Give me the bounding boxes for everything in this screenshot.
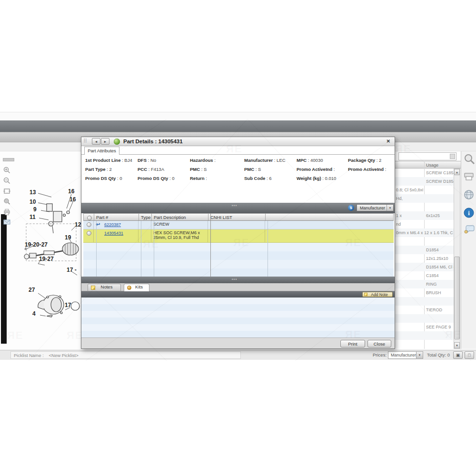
part-attributes-panel: 1st Product Line : BJ4Part Type : 2Promo… — [81, 154, 395, 203]
usage-row[interactable]: D1854 — [395, 246, 454, 254]
attribute-colon: : — [254, 167, 258, 172]
attribute-value: LEC — [277, 158, 285, 163]
attribute-value: 40030 — [310, 158, 323, 163]
table-gridline — [96, 221, 97, 277]
print-icon[interactable] — [464, 172, 474, 183]
attribute-label: Promo ActiveInd — [297, 167, 332, 172]
usage-row[interactable] — [395, 237, 454, 246]
attributes-column: 1st Product Line : BJ4Part Type : 2Promo… — [85, 158, 138, 185]
part-number-link[interactable]: 6220387 — [104, 222, 121, 227]
tab-notes[interactable]: Notes — [88, 284, 121, 291]
attribute-value: BJ4 — [124, 158, 132, 163]
price-icon[interactable]: $ — [348, 205, 354, 211]
usage-row[interactable]: 0mm x M6.4 x 12 x 1.6 Thk, C1854 — [395, 228, 454, 237]
usage-scrollbar[interactable]: ▲ ▼ — [454, 169, 460, 349]
usage-row[interactable]: RING — [395, 280, 454, 288]
row-selector-cell[interactable] — [83, 229, 94, 242]
usage-table-header: Usage — [395, 161, 461, 169]
diagram-callouts: 13109111616121919-20-2719-2717 -27174 — [0, 151, 81, 350]
usage-row[interactable]: Hd, — [395, 194, 454, 203]
usage-row[interactable]: SEE PAGE 9 — [395, 323, 454, 331]
search-parts-icon[interactable] — [464, 153, 475, 167]
globe-icon[interactable] — [464, 189, 475, 202]
dialog-header[interactable]: ⠿ ◄ ► Part Details : 14305431 ✕ — [81, 137, 395, 146]
part-details-icon — [114, 139, 120, 145]
part-number-link[interactable]: 14305431 — [104, 231, 123, 236]
table-row[interactable]: 14305431HEX SOC SCREW,M6 x 25mm, Cl 10.9… — [83, 229, 394, 243]
attribute-label: 1st Product Line — [85, 158, 120, 163]
table-gridline — [210, 213, 211, 277]
usage-row[interactable]: BRUSH — [395, 288, 454, 297]
close-button[interactable]: Close — [367, 340, 391, 347]
picklist-name-input[interactable]: Picklist Name : <New Picklist> — [10, 351, 241, 359]
usage-row[interactable] — [395, 331, 454, 340]
prices-dropdown[interactable]: Manufacturer ▼ — [388, 351, 423, 359]
clear-search-icon[interactable] — [450, 154, 455, 159]
usage-row[interactable]: C1854 — [395, 271, 454, 280]
window-titlebar: CNH NGPC — □ ✕ — [0, 112, 476, 120]
tab-part-attributes[interactable]: Part Attributes — [84, 147, 119, 155]
total-qty-label: Total Qty: 0 — [427, 352, 450, 357]
drag-grip-icon[interactable]: ⠿ — [83, 138, 86, 144]
splitter-bar[interactable]: ▪▪▪ $ Manufacturer ▼ — [81, 203, 395, 213]
usage-row[interactable]: SCREW C1854 — [395, 169, 454, 177]
usage-value: RING — [426, 282, 437, 287]
chevron-down-icon[interactable]: ▼ — [416, 352, 423, 358]
splitter-bar[interactable]: ▪▪▪ — [81, 277, 395, 283]
usage-row[interactable]: TIEROD — [395, 306, 454, 314]
usage-value: SEE PAGE 9 — [426, 325, 451, 329]
usage-row[interactable]: 12x1.25x10 — [395, 254, 454, 263]
usage-value: 12x1.25x10 — [426, 256, 448, 261]
attribute-label: Part Type — [85, 167, 106, 172]
selector-icon[interactable] — [87, 222, 91, 227]
usage-value: 6x1x25 — [426, 213, 440, 218]
table-row[interactable]: ↩6220387SCREW — [83, 221, 394, 229]
description-fragment: nd — [396, 222, 423, 227]
attribute-label: Promo ActiveInd — [348, 167, 384, 172]
usage-row[interactable]: 1 x6x1x25 — [395, 211, 454, 220]
callout-label: 27 — [29, 287, 35, 293]
manufacturer-dropdown[interactable]: Manufacturer ▼ — [357, 204, 394, 211]
print-button[interactable]: Print — [340, 340, 365, 347]
cnhi-list-cell — [208, 221, 265, 229]
diagram-panel: 13109111616121919-20-2719-2717 -27174 — [0, 151, 81, 350]
selector-icon[interactable] — [87, 231, 91, 236]
figure-search-input[interactable] — [398, 152, 456, 160]
callout-label: 10 — [30, 198, 36, 205]
tab-kits[interactable]: Kits — [124, 284, 149, 292]
nav-back-button[interactable]: ◄ — [92, 138, 100, 145]
attributes-column: MPC : 40030Promo ActiveInd : Weight (kg)… — [297, 158, 349, 185]
attribute-label: Manufacturer — [244, 158, 273, 163]
attribute-label: Promo DS Qty — [138, 176, 168, 181]
splitter-grip-icon[interactable]: ▪▪▪ — [232, 277, 238, 281]
column-header-cnhi-list: CNHI LIST — [208, 214, 266, 220]
feedback-icon[interactable] — [464, 225, 475, 237]
nav-forward-button[interactable]: ► — [101, 138, 109, 145]
filler-cell — [265, 221, 394, 229]
usage-row[interactable] — [395, 203, 454, 211]
description-fragment: 0.8; Cl 5x0,8x8 — [396, 188, 423, 192]
info-icon[interactable]: i — [464, 208, 475, 220]
scrollbar-thumb[interactable] — [454, 257, 460, 339]
add-note-button[interactable]: Add Note — [362, 292, 393, 297]
attribute-value: S — [204, 167, 207, 172]
splitter-grip-icon[interactable]: ▪▪▪ — [232, 203, 238, 208]
chevron-down-icon[interactable]: ▼ — [387, 205, 393, 211]
usage-value: C1854 — [426, 273, 439, 278]
scroll-up-icon[interactable]: ▲ — [454, 169, 460, 175]
usage-row[interactable]: SCREW D1854 — [395, 177, 454, 186]
usage-row[interactable] — [395, 314, 454, 323]
row-selector-cell[interactable] — [83, 221, 94, 229]
usage-row[interactable] — [395, 297, 454, 306]
attribute-colon: : — [213, 158, 216, 163]
callout-label: 19-20-27 — [25, 241, 48, 248]
attribute-value: S — [258, 167, 261, 172]
dialog-close-icon[interactable]: ✕ — [387, 139, 390, 144]
scroll-down-icon[interactable]: ▼ — [454, 342, 460, 348]
usage-row[interactable]: 0.8; Cl 5x0,8x8 — [395, 186, 454, 194]
usage-row[interactable]: D1854 M6, Cl 8 — [395, 263, 454, 271]
open-window-button[interactable]: □ — [465, 351, 474, 359]
usage-row[interactable]: nd — [395, 220, 454, 228]
note-icon — [91, 286, 95, 290]
copy-picklist-button[interactable]: ▣ — [453, 351, 463, 359]
